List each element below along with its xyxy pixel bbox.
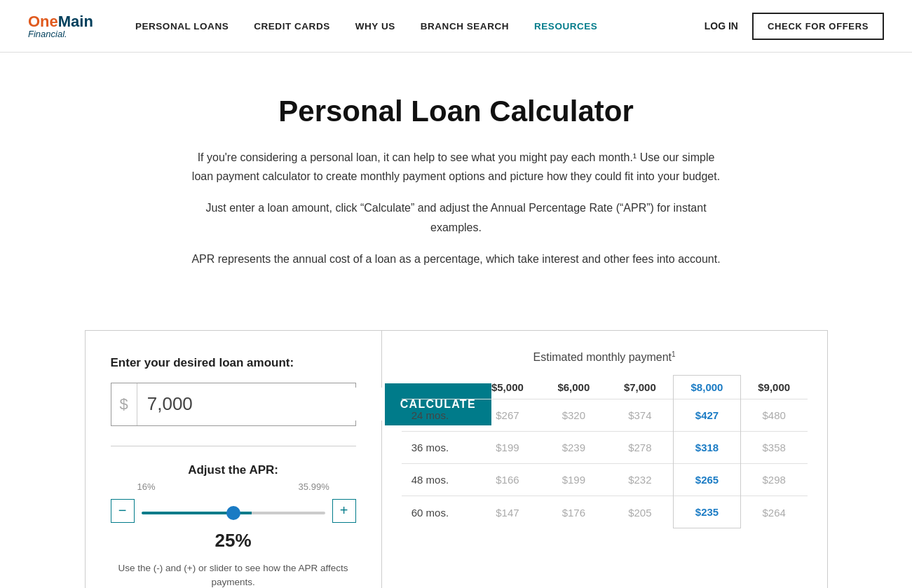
navbar: OneMain Financial. PERSONAL LOANS CREDIT… xyxy=(0,0,912,53)
nav-resources[interactable]: RESOURCES xyxy=(534,21,597,32)
row-label-60: 60 mos. xyxy=(402,496,475,528)
cell-36-6000: $239 xyxy=(540,432,606,464)
cell-48-8000: $265 xyxy=(674,464,741,496)
table-row: 36 mos. $199 $239 $278 $318 $358 xyxy=(402,432,808,464)
table-row: 24 mos. $267 $320 $374 $427 $480 xyxy=(402,399,808,432)
page-title: Personal Loan Calculator xyxy=(190,95,723,128)
apr-slider[interactable] xyxy=(142,512,325,514)
loan-amount-label: Enter your desired loan amount: xyxy=(111,356,356,370)
apr-slider-hint: Use the (-) and (+) or slider to see how… xyxy=(111,561,356,588)
nav-why-us[interactable]: WHY US xyxy=(355,21,395,32)
nav-personal-loans[interactable]: PERSONAL LOANS xyxy=(135,21,229,32)
cell-60-5000: $147 xyxy=(475,496,540,528)
nav-links: PERSONAL LOANS CREDIT CARDS WHY US BRANC… xyxy=(135,20,705,32)
cell-48-9000: $298 xyxy=(740,464,807,496)
apr-min: 16% xyxy=(137,481,156,492)
row-label-48: 48 mos. xyxy=(402,464,475,496)
calc-left-panel: Enter your desired loan amount: $ CALCUL… xyxy=(86,331,382,588)
col-header-6000: $6,000 xyxy=(540,376,606,399)
table-row: 60 mos. $147 $176 $205 $235 $264 xyxy=(402,496,808,528)
table-header-row: $5,000 $6,000 $7,000 $8,000 $9,000 xyxy=(402,376,808,399)
check-for-offers-button[interactable]: CHECK FOR OFFERS xyxy=(752,13,884,40)
loan-amount-input[interactable] xyxy=(137,388,385,421)
slider-row: − + xyxy=(111,499,356,523)
table-row: 48 mos. $166 $199 $232 $265 $298 xyxy=(402,464,808,496)
dollar-sign: $ xyxy=(111,383,137,425)
slider-wrap xyxy=(142,505,325,517)
loan-input-row: $ CALCULATE xyxy=(111,383,356,426)
logo-financial: Financial. xyxy=(28,29,93,39)
logo[interactable]: OneMain Financial. xyxy=(28,14,93,39)
col-header-7000: $7,000 xyxy=(607,376,674,399)
cell-36-5000: $199 xyxy=(475,432,540,464)
cell-48-6000: $199 xyxy=(540,464,606,496)
cell-60-8000: $235 xyxy=(674,496,741,528)
cell-24-5000: $267 xyxy=(475,399,540,432)
col-header-empty xyxy=(402,376,475,399)
cell-36-7000: $278 xyxy=(607,432,674,464)
hero-p2: Just enter a loan amount, click “Calcula… xyxy=(190,198,723,236)
payment-table: $5,000 $6,000 $7,000 $8,000 $9,000 24 mo… xyxy=(402,375,808,528)
hero-section: Personal Loan Calculator If you're consi… xyxy=(176,53,737,309)
nav-right: LOG IN CHECK FOR OFFERS xyxy=(705,13,884,40)
divider xyxy=(111,446,356,446)
apr-value-display: 25% xyxy=(111,530,356,552)
row-label-36: 36 mos. xyxy=(402,432,475,464)
nav-branch-search[interactable]: BRANCH SEARCH xyxy=(421,21,509,32)
cell-60-9000: $264 xyxy=(740,496,807,528)
calc-right-panel: Estimated monthly payment1 $5,000 $6,000… xyxy=(382,331,827,588)
col-header-9000: $9,000 xyxy=(740,376,807,399)
apr-minus-button[interactable]: − xyxy=(111,499,135,523)
row-label-24: 24 mos. xyxy=(402,399,475,432)
col-header-5000: $5,000 xyxy=(475,376,540,399)
cell-36-8000: $318 xyxy=(674,432,741,464)
calculator-section: Enter your desired loan amount: $ CALCUL… xyxy=(85,330,828,588)
hero-p3: APR represents the annual cost of a loan… xyxy=(190,249,723,268)
cell-36-9000: $358 xyxy=(740,432,807,464)
table-title: Estimated monthly payment1 xyxy=(402,350,808,364)
login-link[interactable]: LOG IN xyxy=(705,20,738,32)
col-header-8000: $8,000 xyxy=(674,376,741,399)
nav-credit-cards[interactable]: CREDIT CARDS xyxy=(254,21,329,32)
cell-60-6000: $176 xyxy=(540,496,606,528)
apr-plus-button[interactable]: + xyxy=(332,499,356,523)
hero-p1: If you're considering a personal loan, i… xyxy=(190,148,723,186)
cell-24-6000: $320 xyxy=(540,399,606,432)
apr-label: Adjust the APR: xyxy=(111,463,356,477)
cell-48-5000: $166 xyxy=(475,464,540,496)
logo-onemain: OneMain xyxy=(28,14,93,29)
cell-24-8000: $427 xyxy=(674,399,741,432)
cell-60-7000: $205 xyxy=(607,496,674,528)
apr-limits: 16% 35.99% xyxy=(111,481,356,492)
cell-48-7000: $232 xyxy=(607,464,674,496)
cell-24-7000: $374 xyxy=(607,399,674,432)
apr-max: 35.99% xyxy=(299,481,329,492)
cell-24-9000: $480 xyxy=(740,399,807,432)
